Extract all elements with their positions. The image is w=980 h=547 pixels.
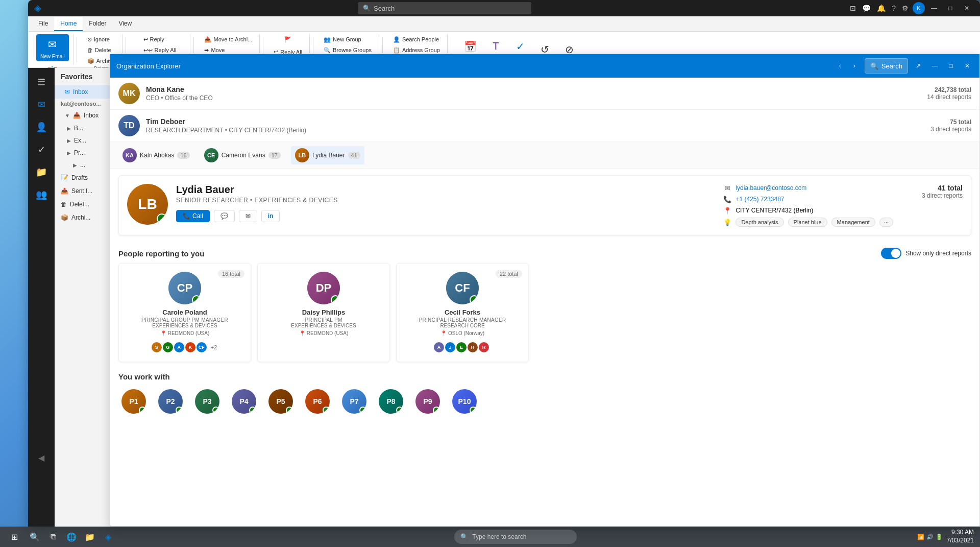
contact-tags-row: 💡 Depth analysis Planet blue Management … [723, 218, 893, 227]
help-icon[interactable]: ? [890, 2, 898, 14]
work-person-9[interactable]: P9 [412, 389, 443, 414]
linkedin-button[interactable]: in [261, 210, 280, 222]
org-prev-button[interactable]: ‹ [834, 68, 846, 72]
tag-planet-blue[interactable]: Planet blue [788, 218, 827, 227]
chat-button[interactable]: 💬 [214, 210, 235, 222]
report-status-cecil [470, 295, 479, 304]
notification-icon[interactable]: 🔔 [875, 2, 888, 14]
org-content: MK Mona Kane CEO • Office of the CEO 242… [157, 78, 979, 526]
tag-depth-analysis[interactable]: Depth analysis [736, 218, 783, 227]
chat-icon[interactable]: 💬 [860, 2, 873, 14]
sent-icon: 📤 [61, 187, 68, 195]
sidebar-people-icon[interactable]: 👤 [31, 117, 52, 137]
sidebar-todo-icon[interactable]: ✓ [31, 139, 52, 160]
sidebar-mail-icon[interactable]: ✉ [31, 94, 52, 115]
tab-file[interactable]: File [32, 17, 54, 31]
breadcrumb-cameron[interactable]: CE Cameron Evans 17 [200, 146, 285, 164]
profile-actions: 📞 Call 💬 ✉ in [176, 210, 715, 222]
report-card-daisy[interactable]: DP Daisy Phillips PRINCIPAL PM EXPERIENC… [257, 263, 390, 362]
org-minimize-button[interactable]: — [928, 68, 941, 72]
search-people-button[interactable]: 👤 Search People [390, 34, 443, 44]
work-person-8[interactable]: P8 [376, 389, 406, 414]
org-expand-button[interactable]: □ [945, 68, 957, 72]
email-button[interactable]: ✉ [239, 210, 257, 222]
report-role-daisy: PRINCIPAL PM [266, 317, 381, 323]
work-status-6 [323, 407, 330, 414]
report-card-carole[interactable]: 16 total CP Carole Poland PRINCIPAL GROU… [157, 263, 251, 362]
toggle-label: Show only direct reports [905, 250, 971, 257]
close-button[interactable]: ✕ [960, 3, 974, 13]
ignore-button[interactable]: ⊘ Ignore [84, 34, 118, 44]
taskbar-search-icon[interactable]: 🔍 [27, 529, 43, 545]
title-bar-search[interactable]: 🔍 Search [358, 2, 531, 14]
contact-email: ✉ lydia.bauer@contoso.com [723, 184, 893, 192]
reply-button[interactable]: ↩ Reply [140, 34, 180, 44]
content-area: Organization Explorer ‹ › 🔍 Search ↗ — □ [157, 68, 980, 527]
user-avatar[interactable]: K [913, 2, 925, 14]
start-button[interactable]: ⊞ [4, 527, 24, 547]
tab-home[interactable]: Home [54, 17, 83, 31]
system-tray: 📶 🔊 🔋 [917, 534, 943, 540]
report-card-cecil[interactable]: 22 total CF Cecil Forks PRINCIPAL RESEAR… [396, 263, 529, 362]
settings-icon[interactable]: ⚙ [900, 2, 911, 14]
breadcrumb-katri[interactable]: KA Katri Ahokas 16 [157, 146, 194, 164]
work-person-4[interactable]: P4 [229, 389, 259, 414]
chevron-ex-icon: ▶ [67, 138, 71, 144]
tag-management[interactable]: Management [831, 218, 875, 227]
deleted-icon: 🗑 [61, 201, 67, 208]
sidebar-groups-icon[interactable]: 👥 [31, 184, 52, 205]
phone-link[interactable]: +1 (425) 7233487 [736, 196, 784, 203]
person-row-tim[interactable]: TD Tim Deboer RESEARCH DEPARTMENT • CITY… [157, 110, 979, 142]
volume-icon[interactable]: 🔊 [926, 534, 934, 540]
taskbar-search-box[interactable]: 🔍 Type here to search [454, 530, 577, 544]
new-group-button[interactable]: 👥 New Group [321, 34, 375, 44]
report-location-cecil: 📍 OSLO (Norway) [405, 330, 520, 336]
work-person-7[interactable]: P7 [339, 389, 370, 414]
clock[interactable]: 9:30 AM 7/03/2021 [947, 529, 974, 544]
taskbar-edge-icon[interactable]: 🌐 [63, 529, 80, 545]
sidebar-files-icon[interactable]: 📁 [31, 162, 52, 182]
sub-avatar-c1: A [433, 341, 445, 353]
taskbar-edge2-icon[interactable]: ◈ [100, 529, 116, 545]
tab-view[interactable]: View [112, 17, 138, 31]
sub-avatar-2: G [162, 341, 174, 353]
new-email-button[interactable]: ✉ New Email [36, 34, 69, 61]
move-to-archive-icon: 📥 [204, 36, 211, 43]
work-person-6[interactable]: P6 [302, 389, 333, 414]
profile-photo: LB ✓ [157, 184, 168, 225]
taskbar-task-view[interactable]: ⧉ [45, 529, 61, 545]
move-to-archive-button[interactable]: 📥 Move to Archi... [201, 34, 255, 44]
sidebar-nav-icon[interactable]: ☰ [31, 72, 52, 92]
maximize-button[interactable]: □ [943, 3, 958, 13]
new-group-icon: 👥 [324, 36, 331, 43]
work-person-5[interactable]: P5 [265, 389, 296, 414]
work-person-10[interactable]: P10 [449, 389, 480, 414]
org-external-link-button[interactable]: ↗ [912, 68, 924, 72]
work-person-2[interactable]: P2 [157, 389, 186, 414]
tag-more-button[interactable]: ··· [879, 218, 893, 227]
work-person-3[interactable]: P3 [192, 389, 223, 414]
profile-contact: ✉ lydia.bauer@contoso.com 📞 +1 (425) 723… [723, 184, 893, 227]
taskbar-file-explorer[interactable]: 📁 [82, 529, 98, 545]
direct-reports-toggle[interactable] [881, 248, 901, 259]
breadcrumb-lydia[interactable]: LB Lydia Bauer 41 [291, 146, 364, 164]
reporting-section-title: People reporting to you [157, 249, 204, 258]
wifi-icon[interactable]: 📶 [917, 534, 924, 540]
person-row-mona[interactable]: MK Mona Kane CEO • Office of the CEO 242… [157, 78, 979, 110]
flag-button[interactable]: 🚩 [281, 34, 295, 44]
work-avatar-2: P2 [158, 389, 183, 414]
org-close-button[interactable]: ✕ [961, 68, 973, 72]
work-status-5 [286, 407, 293, 414]
call-button[interactable]: 📞 Call [176, 210, 210, 222]
tab-folder[interactable]: Folder [83, 17, 112, 31]
feedback-icon[interactable]: ⊡ [848, 2, 858, 14]
email-link[interactable]: lydia.bauer@contoso.com [736, 184, 806, 192]
report-status-daisy [331, 295, 340, 304]
work-avatar-4: P4 [232, 389, 256, 414]
work-avatar-6: P6 [305, 389, 330, 414]
org-next-button[interactable]: › [848, 68, 861, 72]
org-search-input[interactable]: 🔍 Search [865, 68, 908, 74]
archive-icon: 📦 [87, 58, 94, 64]
org-explorer-title: Organization Explorer [157, 68, 181, 70]
minimize-button[interactable]: — [927, 3, 941, 13]
